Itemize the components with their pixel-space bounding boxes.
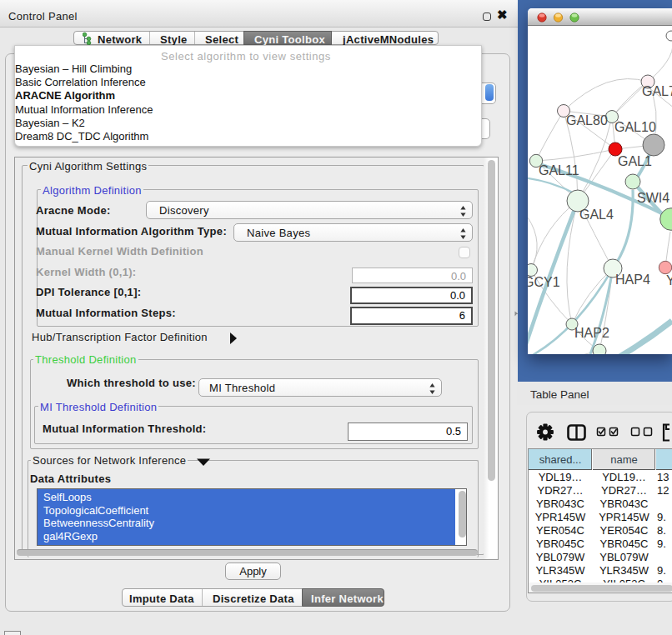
svg-text:Y: Y <box>666 273 672 288</box>
svg-text:GCY1: GCY1 <box>528 275 560 289</box>
svg-text:GAL80: GAL80 <box>566 113 608 128</box>
svg-text:GAL10: GAL10 <box>614 120 656 134</box>
svg-text:SWI4: SWI4 <box>637 191 669 205</box>
svg-text:HAP4: HAP4 <box>615 272 650 287</box>
svg-text:GAL7: GAL7 <box>642 84 672 98</box>
svg-text:HAP2: HAP2 <box>574 326 609 340</box>
svg-text:GAL11: GAL11 <box>539 163 579 178</box>
svg-text:GAL1: GAL1 <box>618 154 652 168</box>
svg-text:GAL4: GAL4 <box>579 208 614 222</box>
